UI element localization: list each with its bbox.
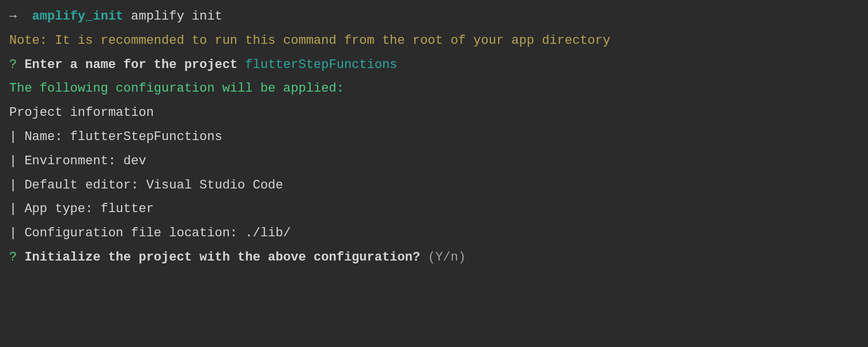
- project-info-header: Project information: [9, 101, 859, 125]
- question-text: Initialize the project with the above co…: [17, 250, 428, 265]
- question-marker-icon: ?: [9, 250, 17, 265]
- note-line: Note: It is recommended to run this comm…: [9, 29, 859, 53]
- info-config-location: | Configuration file location: ./lib/: [9, 221, 859, 246]
- question-hint: (Y/n): [428, 250, 473, 265]
- prompt-command[interactable]: amplify init: [123, 9, 222, 24]
- info-editor: | Default editor: Visual Studio Code: [9, 173, 859, 198]
- question-answer[interactable]: flutterStepFunctions: [245, 58, 397, 72]
- prompt-directory: amplify_init: [32, 9, 123, 24]
- info-name: | Name: flutterStepFunctions: [9, 125, 859, 149]
- info-apptype: | App type: flutter: [9, 197, 859, 221]
- info-environment: | Environment: dev: [9, 149, 859, 173]
- question-project-name: ? Enter a name for the project flutterSt…: [9, 53, 859, 77]
- prompt-arrow-icon: →: [9, 9, 32, 24]
- prompt-line: → amplify_init amplify init: [9, 5, 859, 29]
- question-marker-icon: ?: [9, 58, 17, 72]
- config-applied-line: The following configuration will be appl…: [9, 77, 859, 101]
- question-text: Enter a name for the project: [17, 58, 245, 72]
- question-initialize[interactable]: ? Initialize the project with the above …: [9, 246, 859, 270]
